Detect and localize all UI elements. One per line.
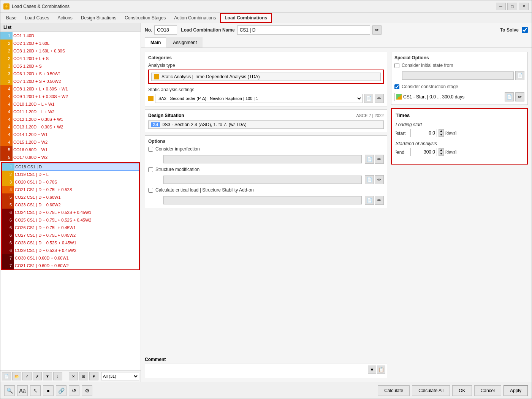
imperfection-new-btn[interactable]: 📄 (365, 155, 374, 164)
toolbar-grid-btn[interactable]: ⊞ (79, 372, 88, 380)
menu-design-situations[interactable]: Design Situations (77, 13, 120, 22)
cursor-bottom-btn[interactable]: ↖ (30, 385, 41, 396)
tend-input[interactable] (410, 148, 437, 156)
toolbar-check-btn[interactable]: ✓ (22, 372, 32, 380)
modification-edit-btn[interactable]: ✏ (375, 175, 384, 184)
calculate-all-button[interactable]: Calculate All (412, 385, 450, 396)
toolbar-filter-btn[interactable]: ▼ (43, 372, 52, 380)
tstart-up-btn[interactable]: ▲ (439, 129, 444, 133)
initial-state-input[interactable] (402, 71, 514, 80)
critical-load-checkbox[interactable] (148, 188, 153, 193)
list-item[interactable]: 6 CO25 CS1 | D + 0.75L + 0.52S + 0.45W2 (2, 216, 139, 224)
maximize-button[interactable]: □ (507, 3, 517, 10)
apply-button[interactable]: Apply (504, 385, 528, 396)
menu-action-combinations[interactable]: Action Combinations (170, 13, 220, 22)
initial-state-new-btn[interactable]: 📄 (515, 71, 524, 80)
ds-badge: 2.4 (151, 122, 160, 127)
list-item[interactable]: 2 CO4 1.20D + L + S (0, 55, 141, 62)
comment-input[interactable] (147, 366, 367, 376)
initial-state-checkbox[interactable] (394, 63, 399, 68)
list-item[interactable]: 7 CO31 CS1 | 0.60D + 0.60W2 (2, 262, 139, 269)
critical-load-new-btn[interactable]: 📄 (365, 196, 374, 205)
tend-up-btn[interactable]: ▲ (439, 148, 444, 152)
imperfection-edit-btn[interactable]: ✏ (375, 155, 384, 164)
text-bottom-btn[interactable]: Aa (17, 385, 28, 396)
list-item[interactable]: 1 CO18 CS1 | D (2, 163, 139, 171)
comment-copy-btn[interactable]: 📋 (377, 366, 385, 374)
ok-button[interactable]: OK (452, 385, 472, 396)
comment-dropdown-btn[interactable]: ▼ (368, 366, 376, 374)
no-input[interactable] (154, 25, 177, 35)
structure-modification-checkbox[interactable] (148, 167, 153, 172)
tend-down-btn[interactable]: ▼ (439, 152, 444, 156)
settings-bottom-btn[interactable]: ⚙ (82, 385, 92, 396)
toolbar-new-btn[interactable]: 📄 (2, 372, 11, 380)
list-item[interactable]: 4 CO11 1.20D + L + W2 (0, 108, 141, 116)
tstart-down-btn[interactable]: ▼ (439, 133, 444, 137)
list-item[interactable]: 6 CO29 CS1 | D + 0.52S + 0.45W2 (2, 247, 139, 254)
toolbar-arrow-btn[interactable]: ▼ (89, 372, 98, 380)
list-item[interactable]: 4 CO8 1.20D + L + 0.30S + W1 (0, 85, 141, 93)
menu-construction-stages[interactable]: Construction Stages (120, 13, 170, 22)
list-item[interactable]: 4 CO14 1.20D + W1 (0, 131, 141, 138)
toolbar-open-btn[interactable]: 📂 (12, 372, 21, 380)
toolbar-sort-btn[interactable]: ↕ (53, 372, 62, 380)
rotate-bottom-btn[interactable]: ↺ (69, 385, 79, 396)
settings-select[interactable]: SA2 - Second-order (P-Δ) | Newton-Raphso… (155, 94, 363, 103)
modification-new-btn[interactable]: 📄 (365, 175, 374, 184)
list-item[interactable]: 6 CO27 CS1 | D + 0.75L + 0.45W2 (2, 231, 139, 239)
list-item[interactable]: 4 CO15 1.20D + W2 (0, 138, 141, 146)
close-button[interactable]: ✕ (519, 3, 529, 10)
settings-edit-btn[interactable]: ✏ (375, 94, 384, 103)
tab-main[interactable]: Main (145, 37, 166, 48)
list-item[interactable]: 2 CO3 1.20D + 1.60L + 0.30S (0, 47, 141, 55)
settings-new-btn[interactable]: 📄 (364, 94, 373, 103)
menu-load-cases[interactable]: Load Cases (21, 13, 53, 22)
initial-state-row: Consider initial state from (394, 63, 524, 68)
list-item[interactable]: 2 CO19 CS1 | D + L (2, 171, 139, 178)
list-item[interactable]: 1 CO1 1.40D (0, 32, 141, 40)
cs-new-btn[interactable]: 📄 (505, 92, 514, 101)
consider-imperfection-checkbox[interactable] (148, 147, 153, 152)
construction-stage-checkbox[interactable] (394, 84, 399, 89)
list-item[interactable]: 5 CO23 CS1 | D + 0.60W2 (2, 201, 139, 209)
menu-actions[interactable]: Actions (53, 13, 76, 22)
tstart-input[interactable] (410, 129, 437, 137)
menu-load-combinations[interactable]: Load Combinations (220, 13, 272, 23)
list-item[interactable]: 6 CO24 CS1 | D + 0.75L + 0.52S + 0.45W1 (2, 209, 139, 216)
list-item[interactable]: 4 CO10 1.20D + L + W1 (0, 100, 141, 108)
search-bottom-btn[interactable]: 🔍 (4, 385, 15, 396)
list-item[interactable]: 5 CO17 0.90D + W2 (0, 154, 141, 161)
list-item[interactable]: 4 CO13 1.20D + 0.30S + W2 (0, 123, 141, 131)
list-item[interactable]: 4 CO12 1.20D + 0.30S + W1 (0, 116, 141, 123)
list-item[interactable]: 3 CO20 CS1 | D + 0.70S (2, 178, 139, 186)
list-item[interactable]: 5 CO16 0.90D + W1 (0, 146, 141, 154)
cancel-button[interactable]: Cancel (474, 385, 501, 396)
menu-base[interactable]: Base (2, 13, 21, 22)
list-item[interactable]: 2 CO2 1.20D + 1.60L (0, 40, 141, 47)
list-item[interactable]: 6 CO28 CS1 | D + 0.52S + 0.45W1 (2, 239, 139, 247)
circle-bottom-btn[interactable]: ● (43, 385, 54, 396)
name-input[interactable] (237, 25, 370, 35)
list-item[interactable]: 3 CO6 1.20D + S + 0.50W1 (0, 70, 141, 78)
list-filter-select[interactable]: All (31) (101, 372, 139, 380)
list-item[interactable]: 5 CO22 CS1 | D + 0.60W1 (2, 193, 139, 201)
list-item[interactable]: 3 CO7 1.20D + S + 0.50W2 (0, 78, 141, 85)
edit-name-btn[interactable]: ✏ (372, 25, 382, 35)
calculate-button[interactable]: Calculate (378, 385, 410, 396)
list-area[interactable]: 1 CO1 1.40D 2 CO2 1.20D + 1.60L 2 CO3 1.… (0, 32, 141, 370)
tab-assignment[interactable]: Assignment (167, 37, 203, 48)
toolbar-cross-btn[interactable]: ✗ (33, 372, 42, 380)
list-item[interactable]: 4 CO9 1.20D + L + 0.30S + W2 (0, 93, 141, 100)
list-item[interactable]: 6 CO26 CS1 | D + 0.75L + 0.45W1 (2, 224, 139, 231)
comment-area: Comment ▼ 📋 (145, 357, 387, 378)
list-item[interactable]: 4 CO21 CS1 | D + 0.75L + 0.52S (2, 186, 139, 193)
minimize-button[interactable]: ─ (496, 3, 506, 10)
to-solve-checkbox[interactable] (522, 27, 528, 33)
link-bottom-btn[interactable]: 🔗 (56, 385, 66, 396)
toolbar-delete-btn[interactable]: ✕ (69, 372, 78, 380)
critical-load-edit-btn[interactable]: ✏ (375, 196, 384, 205)
list-item[interactable]: 3 CO5 1.20D + S (0, 62, 141, 70)
list-item[interactable]: 7 CO30 CS1 | 0.60D + 0.60W1 (2, 254, 139, 262)
cs-edit-btn[interactable]: ✏ (515, 92, 524, 101)
